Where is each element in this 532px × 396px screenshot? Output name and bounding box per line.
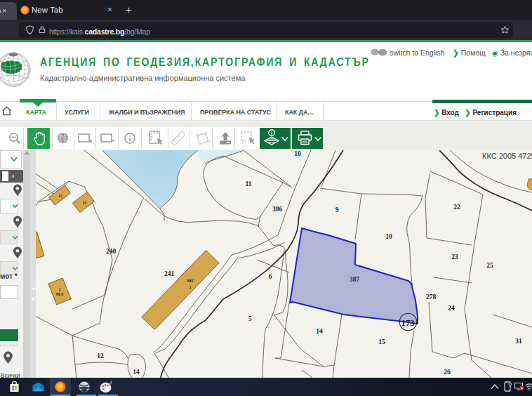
svg-text:241: 241 — [164, 270, 175, 277]
svg-text:9: 9 — [335, 206, 339, 213]
svg-text:31: 31 — [515, 338, 522, 345]
svg-text:386: 386 — [272, 206, 283, 213]
svg-text:278: 278 — [426, 293, 437, 301]
svg-text:11: 11 — [246, 180, 252, 187]
svg-text:173: 173 — [401, 318, 415, 328]
svg-text:25: 25 — [486, 262, 493, 269]
svg-text:10: 10 — [385, 233, 392, 240]
svg-text:26: 26 — [444, 369, 451, 376]
svg-text:ККС 2005 47250.99: ККС 2005 47250.99 — [482, 152, 532, 160]
svg-text:24: 24 — [448, 305, 455, 312]
svg-text:240: 240 — [106, 248, 117, 255]
svg-text:22: 22 — [453, 204, 460, 211]
svg-text:1: 1 — [189, 286, 192, 290]
svg-text:10: 10 — [294, 150, 301, 157]
svg-text:МС: МС — [187, 278, 195, 283]
svg-text:12: 12 — [58, 194, 62, 198]
svg-text:23: 23 — [451, 253, 458, 260]
svg-text:6: 6 — [269, 273, 272, 280]
svg-text:5: 5 — [248, 315, 252, 322]
svg-text:14: 14 — [133, 369, 140, 376]
svg-text:387: 387 — [350, 276, 360, 283]
svg-text:13: 13 — [82, 201, 86, 205]
svg-text:12: 12 — [97, 352, 104, 359]
svg-text:15: 15 — [378, 338, 385, 345]
svg-text:14: 14 — [316, 328, 323, 335]
svg-text:МЛ: МЛ — [56, 291, 64, 296]
